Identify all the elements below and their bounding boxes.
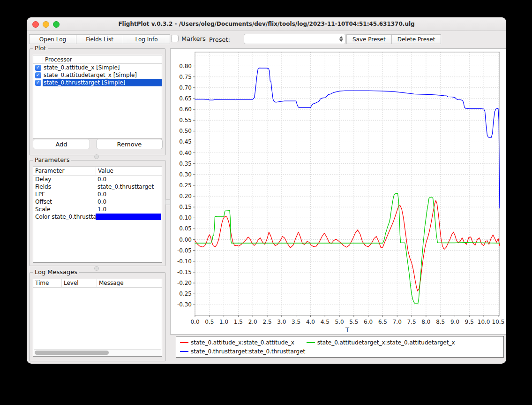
chart-panel[interactable]: -0.30-0.25-0.20-0.15-0.10-0.050.000.050.… xyxy=(170,48,506,335)
svg-text:0.05: 0.05 xyxy=(179,225,192,232)
title-bar[interactable]: FlightPlot v.0.3.2 - /Users/oleg/Documen… xyxy=(27,17,506,31)
svg-text:T: T xyxy=(345,326,349,333)
markers-control: Markers xyxy=(171,35,206,42)
parameter-value[interactable]: state_0.thrusttarget xyxy=(96,183,162,190)
svg-text:10.5: 10.5 xyxy=(492,319,505,325)
zoom-window-button[interactable] xyxy=(53,21,60,28)
chart-svg[interactable]: -0.30-0.25-0.20-0.15-0.10-0.050.000.050.… xyxy=(171,49,506,334)
svg-text:0.60: 0.60 xyxy=(179,106,192,113)
legend-line-swatch xyxy=(180,342,188,343)
value-column-header: Value xyxy=(96,167,162,175)
fields-list-button[interactable]: Fields List xyxy=(76,34,123,44)
parameter-column-header: Parameter xyxy=(33,167,96,175)
parameter-name: Delay xyxy=(33,176,96,183)
svg-text:-0.05: -0.05 xyxy=(177,247,192,254)
minimize-window-button[interactable] xyxy=(43,21,49,28)
svg-text:0.0: 0.0 xyxy=(190,319,199,325)
svg-text:0.45: 0.45 xyxy=(179,138,192,145)
svg-text:4.5: 4.5 xyxy=(321,319,330,325)
legend-row: state_0.thrusttarget:state_0.thrusttarge… xyxy=(180,348,500,355)
legend-line-swatch xyxy=(180,351,188,352)
plot-item-label[interactable]: state_0.attitudetarget_x [Simple] xyxy=(43,71,162,79)
toolbar-button-group: Open Log Fields List Log Info xyxy=(29,34,170,44)
svg-text:-0.25: -0.25 xyxy=(177,290,192,297)
svg-text:0.10: 0.10 xyxy=(179,214,192,221)
color-swatch[interactable] xyxy=(96,214,161,220)
svg-text:10.0: 10.0 xyxy=(478,319,490,325)
delete-preset-button[interactable]: Delete Preset xyxy=(391,34,442,44)
svg-text:0.50: 0.50 xyxy=(179,128,192,134)
parameter-row-color[interactable]: Color state_0.thrustta... xyxy=(33,213,162,221)
plot-list-item[interactable]: ✓ state_0.attitude_x [Simple] xyxy=(33,64,162,71)
svg-text:9.0: 9.0 xyxy=(450,319,459,325)
legend-line-swatch xyxy=(307,342,315,343)
parameter-row[interactable]: Delay 0.0 xyxy=(33,176,162,183)
parameter-name: Fields xyxy=(33,183,96,190)
svg-text:8.5: 8.5 xyxy=(436,319,445,325)
processor-list[interactable]: Processor ✓ state_0.attitude_x [Simple] … xyxy=(33,55,162,138)
parameter-row[interactable]: LPF 0.0 xyxy=(33,191,162,198)
markers-label: Markers xyxy=(181,35,206,42)
svg-text:0.70: 0.70 xyxy=(179,84,192,91)
parameter-row[interactable]: Scale 1.0 xyxy=(33,206,162,213)
svg-text:-0.10: -0.10 xyxy=(177,258,192,265)
window-title: FlightPlot v.0.3.2 - /Users/oleg/Documen… xyxy=(118,21,414,27)
svg-text:0.00: 0.00 xyxy=(179,237,192,243)
log-info-button[interactable]: Log Info xyxy=(123,34,170,44)
parameter-value[interactable]: 0.0 xyxy=(96,191,162,198)
svg-text:0.65: 0.65 xyxy=(179,95,192,102)
parameter-row[interactable]: Offset 0.0 xyxy=(33,198,162,206)
parameter-name: Scale xyxy=(33,206,96,213)
legend-row: state_0.attitude_x:state_0.attitude_xsta… xyxy=(180,339,500,346)
checkbox-checked-icon[interactable]: ✓ xyxy=(35,72,41,78)
message-column-header: Message xyxy=(97,279,162,287)
split-divider-grip[interactable] xyxy=(94,154,99,159)
log-messages-group-title: Log Messages xyxy=(33,268,79,275)
svg-text:6.0: 6.0 xyxy=(364,319,373,325)
svg-text:0.80: 0.80 xyxy=(179,63,192,69)
plot-list-item[interactable]: ✓ state_0.attitudetarget_x [Simple] xyxy=(33,71,162,79)
save-preset-button[interactable]: Save Preset xyxy=(346,34,392,44)
parameters-table[interactable]: Parameter Value Delay 0.0 Fields state_0… xyxy=(33,167,162,263)
preset-combobox[interactable] xyxy=(244,34,346,44)
close-window-button[interactable] xyxy=(32,21,39,28)
svg-text:0.15: 0.15 xyxy=(179,204,192,210)
svg-text:7.5: 7.5 xyxy=(407,319,416,325)
parameter-value[interactable]: 1.0 xyxy=(96,206,162,213)
svg-text:0.5: 0.5 xyxy=(205,319,214,325)
plot-item-label[interactable]: state_0.attitude_x [Simple] xyxy=(43,64,162,71)
processor-column-header: Processor xyxy=(43,56,72,63)
split-divider-grip[interactable] xyxy=(94,266,99,271)
parameter-value[interactable]: 0.0 xyxy=(96,199,162,205)
plot-item-label[interactable]: state_0.thrusttarget [Simple] xyxy=(43,79,162,86)
combobox-stepper-icon[interactable] xyxy=(338,35,345,43)
level-column-header: Level xyxy=(61,279,97,287)
scrollbar-thumb[interactable] xyxy=(35,351,109,355)
chevron-up-icon xyxy=(339,36,343,38)
legend-item: state_0.attitude_x:state_0.attitude_x xyxy=(180,339,294,346)
horizontal-scrollbar[interactable] xyxy=(34,349,161,356)
chevron-down-icon xyxy=(339,39,343,42)
remove-button[interactable]: Remove xyxy=(96,139,163,149)
parameter-name: Offset xyxy=(33,199,96,205)
parameter-row[interactable]: Fields state_0.thrusttarget xyxy=(33,183,162,191)
open-log-button[interactable]: Open Log xyxy=(29,34,76,44)
markers-checkbox[interactable] xyxy=(171,35,179,42)
parameter-name: Color state_0.thrustta... xyxy=(33,214,96,220)
desktop: { "window": { "title": "FlightPlot v.0.3… xyxy=(0,0,532,405)
legend-item: state_0.thrusttarget:state_0.thrusttarge… xyxy=(180,348,305,355)
add-button[interactable]: Add xyxy=(33,139,90,149)
processor-list-header: Processor xyxy=(33,55,162,64)
svg-text:-0.15: -0.15 xyxy=(177,269,192,275)
app-window: FlightPlot v.0.3.2 - /Users/oleg/Documen… xyxy=(27,17,506,364)
parameters-table-header: Parameter Value xyxy=(33,167,162,176)
parameter-name: LPF xyxy=(33,191,96,198)
plot-list-item-selected[interactable]: ✓ state_0.thrusttarget [Simple] xyxy=(33,79,162,86)
log-messages-table[interactable]: Time Level Message xyxy=(33,279,162,357)
parameter-value[interactable]: 0.0 xyxy=(96,176,162,183)
svg-text:4.0: 4.0 xyxy=(306,319,315,325)
svg-text:3.0: 3.0 xyxy=(277,319,286,325)
checkbox-checked-icon[interactable]: ✓ xyxy=(35,65,41,71)
checkbox-checked-icon[interactable]: ✓ xyxy=(35,80,41,86)
svg-text:2.5: 2.5 xyxy=(262,319,271,325)
